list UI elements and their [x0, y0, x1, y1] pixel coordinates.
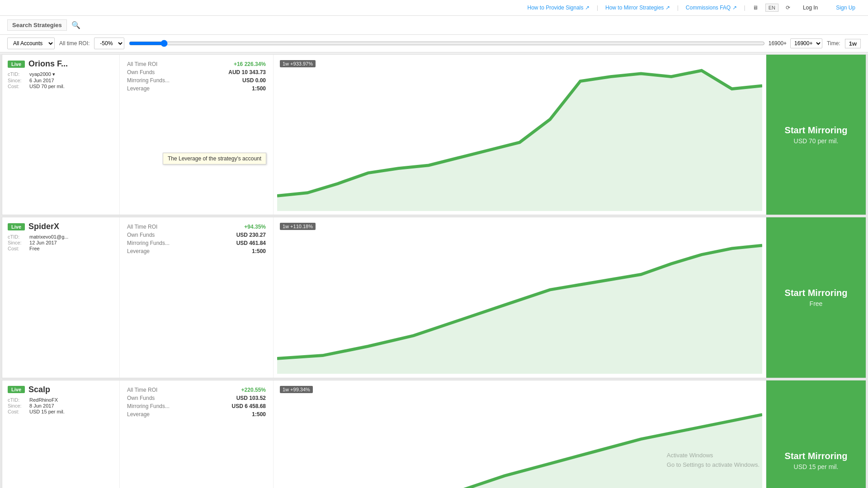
ctid-value-orions: vyap2000 ▾ — [29, 71, 55, 77]
strategy-chart-spiderx: 1w +110.18% — [274, 217, 766, 377]
roi-stat-scalp: All Time ROI +220.55% — [127, 387, 266, 393]
cost-value-scalp: USD 15 per mil. — [29, 409, 65, 414]
strategy-meta-scalp: cTID: RedRhinoFX Since: 8 Jun 2017 Cost:… — [8, 397, 114, 414]
icon-monitor: 🖥 — [753, 5, 758, 11]
since-row-spiderx: Since: 12 Jun 2017 — [8, 240, 114, 245]
ctid-value-spiderx: matrixevo01@g... — [29, 234, 68, 239]
roi-value-orions: +16 226.34% — [234, 61, 266, 67]
strategy-left-orions: Live Orions F... cTID: vyap2000 ▾ Since:… — [2, 55, 120, 215]
chart-badge-scalp: 1w +99.34% — [280, 386, 313, 393]
leverage-value-spiderx: 1:500 — [252, 248, 266, 254]
leverage-stat-spiderx: Leverage 1:500 — [127, 248, 266, 254]
nav-sep-2: | — [677, 5, 679, 11]
nav-commissions-faq[interactable]: Commissions FAQ ↗ — [686, 5, 737, 11]
chart-svg-orions — [277, 58, 762, 211]
cost-row-orions: Cost: USD 70 per mil. — [8, 84, 114, 89]
leverage-stat-scalp: Leverage 1:500 — [127, 411, 266, 418]
roi-slider-container: 16900+ 16900+ — [129, 38, 822, 48]
chart-svg-scalp — [277, 384, 762, 488]
lang-button[interactable]: EN — [765, 4, 778, 12]
time-label: Time: — [827, 40, 840, 47]
strategy-left-spiderx: Live SpiderX cTID: matrixevo01@g... Sinc… — [2, 217, 120, 377]
mirroring-funds-stat-spiderx: Mirroring Funds... USD 461.84 — [127, 240, 266, 246]
mirror-button-scalp[interactable]: Start Mirroring USD 15 per mil. — [766, 380, 866, 488]
own-funds-stat-spiderx: Own Funds USD 230.27 — [127, 232, 266, 238]
search-bar: Search Strategies 🔍 — [0, 16, 868, 35]
filter-bar: All Accounts All time ROI: -50% 16900+ 1… — [0, 35, 868, 52]
strategy-stats-orions: All Time ROI +16 226.34% Own Funds AUD 1… — [120, 55, 274, 215]
strategy-chart-orions: 1w +933.97% — [274, 55, 766, 215]
cost-value-spiderx: Free — [29, 246, 40, 251]
own-funds-stat-scalp: Own Funds USD 103.52 — [127, 395, 266, 401]
since-value-scalp: 8 Jun 2017 — [29, 403, 54, 408]
since-value-spiderx: 12 Jun 2017 — [29, 240, 57, 245]
mirroring-funds-stat-orions: Mirroring Funds... USD 0.00 — [127, 77, 266, 84]
action-subtitle-spiderx: Free — [810, 300, 823, 307]
strategy-card-scalp: Live Scalp cTID: RedRhinoFX Since: 8 Jun… — [2, 380, 866, 488]
top-navigation: How to Provide Signals ↗ | How to Mirror… — [0, 0, 868, 16]
ctid-value-scalp: RedRhinoFX — [29, 397, 58, 403]
mirror-button-orions[interactable]: Start Mirroring USD 70 per mil. — [766, 55, 866, 215]
strategy-meta-spiderx: cTID: matrixevo01@g... Since: 12 Jun 201… — [8, 234, 114, 251]
leverage-tooltip: The Leverage of the strategy's account — [163, 153, 266, 164]
roi-filter[interactable]: -50% — [94, 38, 124, 49]
login-button[interactable]: Log In — [797, 3, 823, 13]
strategy-header-spiderx: Live SpiderX — [8, 222, 114, 231]
nav-provide-signals[interactable]: How to Provide Signals ↗ — [527, 5, 589, 11]
mirroring-funds-value-orions: USD 0.00 — [242, 77, 266, 84]
account-filter[interactable]: All Accounts — [7, 38, 55, 49]
own-funds-value-spiderx: USD 230.27 — [236, 232, 266, 238]
chart-badge-orions: 1w +933.97% — [280, 60, 316, 67]
cost-value-orions: USD 70 per mil. — [29, 84, 65, 89]
live-badge-scalp: Live — [8, 386, 25, 393]
action-subtitle-scalp: USD 15 per mil. — [794, 463, 839, 470]
search-icon[interactable]: 🔍 — [71, 21, 80, 29]
strategy-card-spiderx: Live SpiderX cTID: matrixevo01@g... Sinc… — [2, 217, 866, 378]
ctid-row-orions: cTID: vyap2000 ▾ — [8, 71, 114, 77]
roi-stat-spiderx: All Time ROI +94.35% — [127, 224, 266, 230]
nav-sep-1: | — [597, 5, 598, 11]
since-row-scalp: Since: 8 Jun 2017 — [8, 403, 114, 408]
cost-row-spiderx: Cost: Free — [8, 246, 114, 251]
strategy-header-orions: Live Orions F... — [8, 59, 114, 69]
strategy-name-scalp: Scalp — [28, 385, 50, 394]
own-funds-value-orions: AUD 10 343.73 — [228, 69, 266, 75]
own-funds-value-scalp: USD 103.52 — [236, 395, 266, 401]
roi-max-select[interactable]: 16900+ — [790, 38, 822, 48]
action-title-scalp: Start Mirroring — [785, 450, 848, 461]
nav-mirror-strategies[interactable]: How to Mirror Strategies ↗ — [605, 5, 670, 11]
leverage-value-scalp: 1:500 — [252, 411, 266, 418]
strategy-name-orions: Orions F... — [28, 59, 68, 69]
since-row-orions: Since: 6 Jun 2017 — [8, 78, 114, 83]
roi-value-scalp: +220.55% — [241, 387, 266, 393]
strategy-stats-scalp: All Time ROI +220.55% Own Funds USD 103.… — [120, 380, 274, 488]
strategy-header-scalp: Live Scalp — [8, 385, 114, 394]
search-label: Search Strategies — [7, 19, 67, 31]
roi-value-spiderx: +94.35% — [244, 224, 266, 230]
cost-row-scalp: Cost: USD 15 per mil. — [8, 409, 114, 414]
live-badge-spiderx: Live — [8, 223, 25, 230]
mirror-button-spiderx[interactable]: Start Mirroring Free — [766, 217, 866, 377]
strategy-left-scalp: Live Scalp cTID: RedRhinoFX Since: 8 Jun… — [2, 380, 120, 488]
leverage-value-orions: 1:500 — [252, 85, 266, 92]
roi-slider[interactable] — [129, 40, 764, 47]
ctid-row-spiderx: cTID: matrixevo01@g... — [8, 234, 114, 239]
chart-badge-spiderx: 1w +110.18% — [280, 223, 316, 230]
roi-stat-orions: All Time ROI +16 226.34% — [127, 61, 266, 67]
chart-svg-spiderx — [277, 221, 762, 374]
signup-button[interactable]: Sign Up — [830, 3, 861, 13]
roi-label: All time ROI: — [59, 40, 90, 47]
live-badge-orions: Live — [8, 61, 25, 68]
mirroring-funds-value-scalp: USD 6 458.68 — [232, 403, 266, 409]
mirroring-funds-value-spiderx: USD 461.84 — [236, 240, 266, 246]
time-value: 1w — [845, 39, 861, 48]
icon-refresh: ⟳ — [786, 5, 790, 11]
ctid-row-scalp: cTID: RedRhinoFX — [8, 397, 114, 403]
strategy-list: Live Orions F... cTID: vyap2000 ▾ Since:… — [0, 54, 868, 488]
nav-sep-3: | — [744, 5, 745, 11]
strategy-card-orions: Live Orions F... cTID: vyap2000 ▾ Since:… — [2, 54, 866, 215]
action-title-spiderx: Start Mirroring — [785, 287, 848, 298]
mirroring-funds-stat-scalp: Mirroring Funds... USD 6 458.68 — [127, 403, 266, 409]
action-title-orions: Start Mirroring — [785, 125, 848, 136]
own-funds-stat-orions: Own Funds AUD 10 343.73 — [127, 69, 266, 75]
